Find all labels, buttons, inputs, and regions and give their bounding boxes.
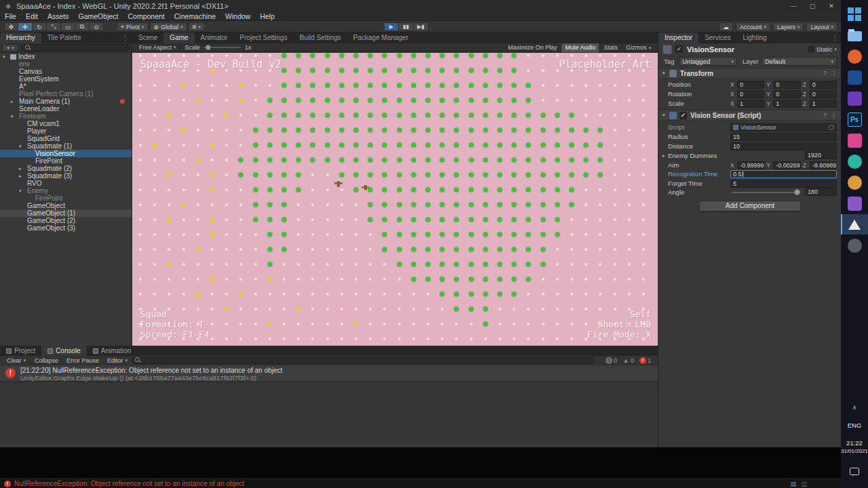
close-button[interactable]: ✕ bbox=[822, 0, 841, 12]
menu-assets[interactable]: Assets bbox=[43, 12, 74, 21]
radius-field[interactable]: 15 bbox=[730, 133, 837, 141]
move-tool[interactable]: ✛ bbox=[18, 22, 33, 31]
clock-time[interactable]: 21:22 bbox=[841, 439, 868, 447]
slider-knob[interactable] bbox=[205, 45, 211, 50]
console-error-pause-button[interactable]: Error Pause bbox=[62, 356, 103, 365]
console-warning-filter[interactable]: ▲0 bbox=[623, 357, 634, 364]
hierarchy-item-env[interactable]: env bbox=[0, 60, 132, 68]
tab-animator[interactable]: Animator bbox=[195, 33, 234, 43]
unity-editor[interactable] bbox=[841, 214, 868, 235]
tab-scene[interactable]: Scene bbox=[132, 33, 163, 43]
aim-y-field[interactable]: -0.00269 bbox=[773, 161, 800, 169]
tag-dropdown[interactable]: Untagged▾ bbox=[679, 57, 737, 66]
hierarchy-search-input[interactable] bbox=[21, 44, 130, 52]
hierarchy-item-eventsystem[interactable]: EventSystem bbox=[0, 75, 132, 83]
transform-header[interactable]: ▾ Transform ?⋮ bbox=[658, 68, 841, 79]
aspect-dropdown[interactable]: Free Aspect▾ bbox=[136, 43, 180, 52]
gamebar-maximize-on-play-button[interactable]: Maximize On Play bbox=[505, 43, 561, 52]
status-progress-icon[interactable]: ◫ bbox=[801, 481, 807, 487]
distance-field[interactable]: 10 bbox=[730, 142, 837, 150]
foldout-right-icon[interactable]: ▸ bbox=[663, 153, 665, 159]
object-picker-icon[interactable] bbox=[829, 125, 834, 130]
foldout-down-icon[interactable]: ▾ bbox=[663, 70, 665, 76]
transform-tool[interactable]: ⧉ bbox=[75, 22, 90, 31]
menu-file[interactable]: File bbox=[0, 12, 21, 21]
menu-help[interactable]: Help bbox=[255, 12, 279, 21]
create-button[interactable]: +▾ bbox=[2, 44, 18, 52]
tab-project[interactable]: Project bbox=[0, 346, 41, 356]
tab-inspector[interactable]: Inspector bbox=[658, 33, 698, 43]
hierarchy-item-enemy[interactable]: ▾Enemy bbox=[0, 187, 132, 195]
minimize-button[interactable]: — bbox=[784, 0, 803, 12]
active-checkbox[interactable]: ✓ bbox=[675, 45, 683, 53]
angle-slider[interactable] bbox=[732, 192, 797, 193]
rotation-y-field[interactable]: 0 bbox=[773, 90, 800, 98]
console-info-filter[interactable]: !0 bbox=[606, 357, 617, 364]
play-button[interactable]: ▶ bbox=[384, 22, 399, 31]
notification-center-icon[interactable] bbox=[850, 468, 859, 475]
position-y-field[interactable]: 0 bbox=[773, 81, 800, 89]
console-collapse-button[interactable]: Collapse bbox=[31, 356, 62, 365]
layout-dropdown[interactable]: Layout▾ bbox=[806, 22, 837, 31]
hierarchy-item-squadmate-3[interactable]: ▸Squadmate (3) bbox=[0, 172, 132, 180]
hierarchy-item-gameobject-3[interactable]: GameObject (3) bbox=[0, 224, 132, 232]
console-editor-button[interactable]: Editor▾ bbox=[103, 356, 132, 365]
component-enabled-checkbox[interactable]: ✓ bbox=[679, 112, 687, 119]
foldout-down-icon[interactable]: ▾ bbox=[11, 113, 14, 120]
app-purple[interactable] bbox=[841, 193, 868, 214]
app-navy[interactable] bbox=[841, 67, 868, 87]
rect-tool[interactable]: ▭ bbox=[61, 22, 75, 31]
scale-slider[interactable] bbox=[203, 47, 241, 48]
scale-y-field[interactable]: 1 bbox=[773, 100, 800, 108]
panel-menu-icon[interactable]: ⋮ bbox=[122, 34, 129, 41]
menu-window[interactable]: Window bbox=[220, 12, 255, 21]
angle-field[interactable]: 180 bbox=[805, 188, 837, 196]
hierarchy-item-visionsensor[interactable]: VisionSensor bbox=[0, 150, 132, 157]
game-viewport[interactable]: SpaaaAce - Dev Build v2 Placeholder Art … bbox=[132, 53, 658, 346]
hand-tool[interactable]: ✥ bbox=[4, 22, 18, 31]
foldout-down-icon[interactable]: ▾ bbox=[3, 53, 5, 60]
hierarchy-item-fireteam[interactable]: ▾Fireteam bbox=[0, 113, 132, 120]
language-indicator[interactable]: ENG bbox=[841, 422, 868, 429]
static-dropdown[interactable]: Static ▾ bbox=[808, 45, 837, 53]
browser-firefox[interactable] bbox=[841, 46, 868, 66]
visual-studio[interactable] bbox=[841, 88, 868, 108]
console-search-input[interactable] bbox=[132, 357, 595, 364]
script-object-field[interactable]: VisionSensor bbox=[730, 123, 837, 131]
hierarchy-item-sceneloader[interactable]: SceneLoader bbox=[0, 105, 132, 113]
grid-snap-button[interactable]: ⧈▾ bbox=[189, 22, 205, 31]
kebab-icon[interactable]: ⋮ bbox=[831, 70, 837, 77]
hierarchy-item-cm-vcam1[interactable]: CM vcam1 bbox=[0, 120, 132, 127]
hierarchy-item-firepoint[interactable]: FirePoint bbox=[0, 195, 132, 202]
foldout-right-icon[interactable]: ▸ bbox=[11, 98, 14, 105]
foldout-right-icon[interactable]: ▸ bbox=[19, 172, 22, 180]
rotation-x-field[interactable]: 0 bbox=[737, 90, 764, 98]
clock-date[interactable]: 31/01/2021 bbox=[841, 448, 868, 454]
gamebar-stats-button[interactable]: Stats bbox=[600, 43, 621, 52]
layers-dropdown[interactable]: Layers▾ bbox=[773, 22, 804, 31]
gamebar-mute-audio-button[interactable]: Mute Audio bbox=[561, 43, 599, 52]
status-bar[interactable]: ! NullReferenceException: Object referen… bbox=[0, 479, 841, 488]
console-error-filter[interactable]: !1 bbox=[639, 357, 651, 364]
console-clear-button[interactable]: Clear▾ bbox=[3, 356, 31, 365]
hierarchy-item-a[interactable]: A* bbox=[0, 83, 132, 90]
file-explorer[interactable] bbox=[841, 25, 868, 45]
angle-slider-knob[interactable] bbox=[794, 189, 800, 195]
forget-time-field[interactable]: 5 bbox=[730, 180, 837, 188]
custom-tool[interactable]: ⊙ bbox=[90, 22, 104, 31]
hierarchy-item-gameobject[interactable]: GameObject bbox=[0, 202, 132, 209]
kebab-icon[interactable]: ⋮ bbox=[831, 112, 837, 119]
hierarchy-item-canvas[interactable]: Canvas bbox=[0, 68, 132, 75]
hierarchy-item-gameobject-1[interactable]: GameObject (1) bbox=[0, 209, 132, 217]
foldout-down-icon[interactable]: ▾ bbox=[19, 187, 22, 195]
start-button[interactable] bbox=[841, 4, 868, 24]
step-button[interactable]: ▶▮ bbox=[414, 22, 429, 31]
collab-cloud-button[interactable]: ☁ bbox=[719, 22, 733, 31]
menu-cinemachine[interactable]: Cinemachine bbox=[170, 12, 220, 21]
array-size-field[interactable]: 1920 bbox=[805, 151, 837, 159]
app-teal[interactable] bbox=[841, 151, 868, 171]
maximize-button[interactable]: ▢ bbox=[803, 0, 822, 12]
position-z-field[interactable]: 0 bbox=[810, 81, 837, 89]
tab-package-manager[interactable]: Package Manager bbox=[347, 33, 414, 43]
status-activity-icon[interactable]: ▤ bbox=[790, 481, 796, 487]
